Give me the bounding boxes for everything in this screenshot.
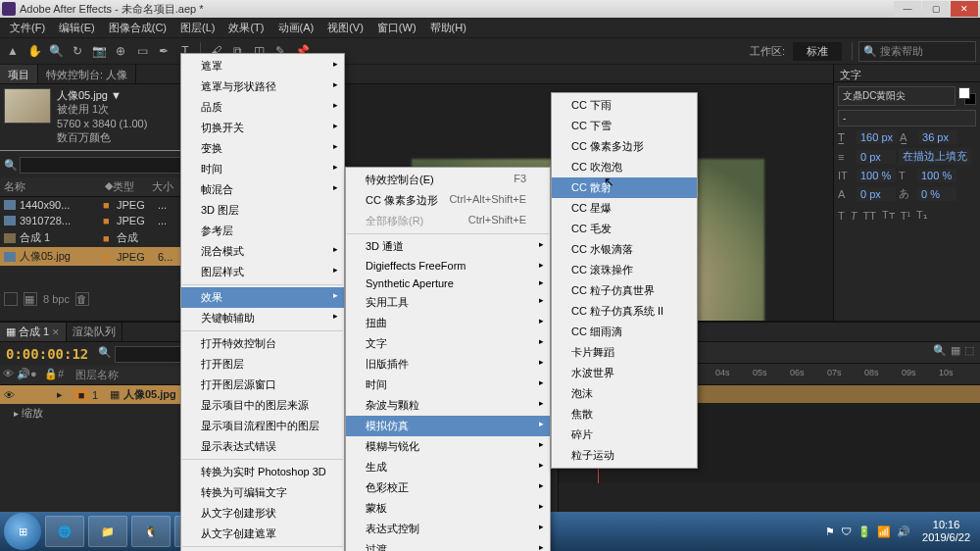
- pen-tool-icon[interactable]: ✒: [155, 42, 172, 60]
- layer-label-color[interactable]: ■: [74, 389, 88, 401]
- menu-item[interactable]: 图层样式: [181, 262, 344, 282]
- kerning-value[interactable]: 0 px: [857, 150, 896, 164]
- menu-item[interactable]: 杂波与颗粒: [346, 395, 550, 416]
- interpret-footage-icon[interactable]: [4, 292, 18, 306]
- workspace-selector[interactable]: 标准: [793, 42, 842, 61]
- menu-item[interactable]: 模拟仿真: [346, 416, 550, 436]
- col-name[interactable]: 名称: [4, 179, 105, 194]
- menu-item[interactable]: CC 像素多边形Ctrl+Alt+Shift+E: [346, 190, 550, 211]
- menu-item[interactable]: CC 粒子仿真世界: [552, 280, 697, 301]
- zoom-tool-icon[interactable]: 🔍: [47, 42, 65, 60]
- tab-effect-controls[interactable]: 特效控制台: 人像: [38, 65, 136, 83]
- menu-item[interactable]: CC 散射: [552, 177, 697, 198]
- menu-item[interactable]: CC 星爆: [552, 198, 697, 219]
- menu-file[interactable]: 文件(F): [4, 19, 51, 37]
- menu-window[interactable]: 窗口(W): [371, 19, 422, 37]
- bpc-indicator[interactable]: 8 bpc: [43, 293, 70, 305]
- vscale-value[interactable]: 100 %: [857, 169, 896, 182]
- fill-color-swatch[interactable]: [958, 87, 970, 99]
- menu-item[interactable]: 混合模式: [181, 241, 344, 262]
- selection-tool-icon[interactable]: ▲: [4, 42, 22, 60]
- menu-item[interactable]: 色彩校正: [346, 477, 550, 498]
- video-toggle-icon[interactable]: 👁: [4, 389, 18, 401]
- shape-tool-icon[interactable]: ▭: [133, 42, 151, 60]
- task-explorer-icon[interactable]: 📁: [88, 516, 127, 547]
- asset-row[interactable]: 1440x90...■JPEG...: [0, 197, 185, 213]
- asset-row[interactable]: 人像05.jpg■JPEG6...: [0, 247, 185, 266]
- project-search-input[interactable]: [20, 157, 181, 174]
- menu-item[interactable]: Synthetic Aperture: [346, 275, 550, 292]
- menu-item[interactable]: 旧版插件: [346, 354, 550, 375]
- menu-item[interactable]: 显示表达式错误: [181, 436, 344, 457]
- comp-mini-icon[interactable]: ▦: [951, 344, 960, 357]
- lock-toggle-icon[interactable]: ▸: [57, 388, 71, 401]
- menu-item[interactable]: 转换为实时 Photoshop 3D: [181, 462, 344, 482]
- menu-item[interactable]: 特效控制台(E)F3: [346, 170, 550, 190]
- menu-item[interactable]: 时间: [181, 159, 344, 179]
- maximize-button[interactable]: ▢: [922, 1, 950, 17]
- font-size-value[interactable]: 160 px: [857, 130, 897, 144]
- superscript-icon[interactable]: T¹: [901, 210, 910, 222]
- menu-item[interactable]: 焦散: [552, 404, 697, 425]
- tray-flag-icon[interactable]: ⚑: [825, 526, 835, 538]
- menu-item[interactable]: 遮罩与形状路径: [181, 76, 344, 97]
- menu-item[interactable]: 遮罩: [181, 56, 344, 76]
- tracking-value[interactable]: 在描边上填充: [899, 148, 971, 165]
- subscript-icon[interactable]: T₁: [916, 209, 927, 222]
- zoom-in-icon[interactable]: 🔍: [933, 344, 947, 357]
- faux-bold-icon[interactable]: T: [838, 210, 845, 222]
- menu-item[interactable]: 从文字创建形状: [181, 503, 344, 524]
- hand-tool-icon[interactable]: ✋: [25, 42, 43, 60]
- leading-value[interactable]: 36 px: [918, 130, 957, 144]
- col-type[interactable]: 类型: [113, 179, 152, 194]
- menu-item[interactable]: Digieffects FreeForm: [346, 257, 550, 275]
- menu-item[interactable]: 表达式控制: [346, 519, 550, 539]
- tray-battery-icon[interactable]: 🔋: [858, 526, 871, 538]
- allcaps-icon[interactable]: TT: [862, 210, 875, 222]
- menu-item[interactable]: 生成: [346, 457, 550, 477]
- task-ie-icon[interactable]: 🌐: [45, 516, 84, 547]
- trash-icon[interactable]: 🗑: [75, 292, 89, 306]
- font-style-select[interactable]: -: [838, 110, 976, 126]
- menu-item[interactable]: 扭曲: [346, 313, 550, 333]
- menu-item[interactable]: 文字: [346, 333, 550, 354]
- tray-clock[interactable]: 10:16 2019/6/22: [916, 519, 976, 544]
- menu-view[interactable]: 视图(V): [321, 19, 369, 37]
- close-tab-icon[interactable]: ✕: [52, 327, 60, 337]
- close-button[interactable]: ✕: [951, 1, 978, 17]
- menu-item[interactable]: 打开图层源窗口: [181, 375, 344, 395]
- smallcaps-icon[interactable]: Tᴛ: [882, 209, 895, 222]
- menu-item[interactable]: CC 像素多边形: [552, 136, 697, 157]
- menu-animation[interactable]: 动画(A): [272, 19, 320, 37]
- minimize-button[interactable]: —: [894, 1, 921, 17]
- menu-item[interactable]: 帧混合: [181, 179, 344, 200]
- search-help-input[interactable]: 🔍 搜索帮助: [858, 41, 976, 62]
- menu-item[interactable]: 3D 通道: [346, 236, 550, 257]
- tab-comp1[interactable]: ▦ 合成 1 ✕: [0, 323, 67, 341]
- col-size[interactable]: 大小: [152, 179, 181, 194]
- menu-item[interactable]: 切换开关: [181, 118, 344, 138]
- menu-item[interactable]: 蒙板: [346, 498, 550, 519]
- start-button[interactable]: ⊞: [4, 513, 41, 550]
- menu-item[interactable]: 卡片舞蹈: [552, 342, 697, 363]
- baseline-value[interactable]: 0 px: [857, 187, 896, 201]
- menu-item[interactable]: 打开图层: [181, 354, 344, 375]
- tsume-value[interactable]: 0 %: [917, 187, 956, 201]
- menu-item[interactable]: CC 水银滴落: [552, 239, 697, 260]
- menu-item[interactable]: 转换为可编辑文字: [181, 482, 344, 503]
- tray-shield-icon[interactable]: 🛡: [841, 526, 852, 537]
- menu-item[interactable]: CC 吹泡泡: [552, 157, 697, 177]
- menu-item[interactable]: 水波世界: [552, 363, 697, 383]
- menu-item[interactable]: 实用工具: [346, 292, 550, 313]
- tab-render-queue[interactable]: 渲染队列: [67, 323, 122, 341]
- asset-row[interactable]: 3910728...■JPEG...: [0, 213, 185, 228]
- hscale-value[interactable]: 100 %: [917, 169, 956, 182]
- menu-item[interactable]: 模糊与锐化: [346, 436, 550, 457]
- menu-item[interactable]: 参考层: [181, 221, 344, 241]
- menu-item[interactable]: 变换: [181, 138, 344, 159]
- menu-edit[interactable]: 编辑(E): [53, 19, 101, 37]
- new-folder-icon[interactable]: ▦: [24, 292, 37, 306]
- asset-row[interactable]: 合成 1■合成: [0, 228, 185, 247]
- task-qq-icon[interactable]: 🐧: [131, 516, 171, 547]
- current-timecode[interactable]: 0:00:00:12: [0, 342, 94, 366]
